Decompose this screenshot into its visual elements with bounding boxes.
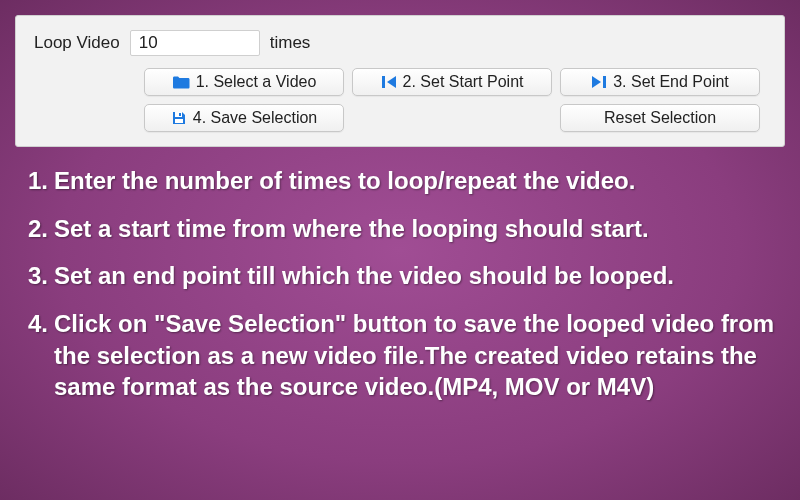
- set-end-label: 3. Set End Point: [613, 73, 729, 91]
- svg-rect-1: [603, 76, 606, 88]
- times-label: times: [270, 33, 311, 53]
- step-text: Click on "Save Selection" button to save…: [54, 308, 782, 403]
- instruction-step-2: 2. Set a start time from where the loopi…: [28, 213, 782, 245]
- svg-rect-4: [175, 119, 183, 123]
- loop-count-input[interactable]: [130, 30, 260, 56]
- instructions-list: 1. Enter the number of times to loop/rep…: [0, 147, 800, 403]
- reset-selection-button[interactable]: Reset Selection: [560, 104, 760, 132]
- loop-video-label: Loop Video: [34, 33, 120, 53]
- skip-forward-icon: [591, 75, 607, 89]
- save-icon: [171, 110, 187, 126]
- instruction-step-3: 3. Set an end point till which the video…: [28, 260, 782, 292]
- spacer: [352, 104, 552, 132]
- instruction-step-4: 4. Click on "Save Selection" button to s…: [28, 308, 782, 403]
- step-number: 2.: [28, 213, 54, 245]
- svg-rect-3: [179, 113, 181, 116]
- step-text: Set a start time from where the looping …: [54, 213, 782, 245]
- step-text: Enter the number of times to loop/repeat…: [54, 165, 782, 197]
- step-number: 4.: [28, 308, 54, 403]
- step-number: 1.: [28, 165, 54, 197]
- folder-icon: [172, 75, 190, 89]
- button-row-2: 4. Save Selection Reset Selection: [144, 104, 766, 132]
- step-number: 3.: [28, 260, 54, 292]
- select-video-button[interactable]: 1. Select a Video: [144, 68, 344, 96]
- set-start-point-button[interactable]: 2. Set Start Point: [352, 68, 552, 96]
- save-selection-label: 4. Save Selection: [193, 109, 318, 127]
- step-text: Set an end point till which the video sh…: [54, 260, 782, 292]
- reset-selection-label: Reset Selection: [604, 109, 716, 127]
- save-selection-button[interactable]: 4. Save Selection: [144, 104, 344, 132]
- skip-back-icon: [381, 75, 397, 89]
- set-end-point-button[interactable]: 3. Set End Point: [560, 68, 760, 96]
- set-start-label: 2. Set Start Point: [403, 73, 524, 91]
- button-row-1: 1. Select a Video 2. Set Start Point 3. …: [144, 68, 766, 96]
- instruction-step-1: 1. Enter the number of times to loop/rep…: [28, 165, 782, 197]
- control-panel: Loop Video times 1. Select a Video 2. Se…: [15, 15, 785, 147]
- loop-count-row: Loop Video times: [34, 30, 766, 56]
- select-video-label: 1. Select a Video: [196, 73, 317, 91]
- svg-rect-0: [382, 76, 385, 88]
